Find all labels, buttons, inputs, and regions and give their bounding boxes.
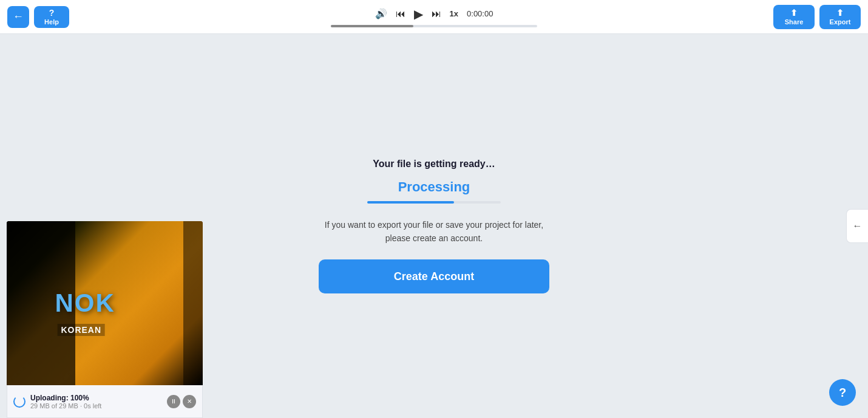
upload-close-button[interactable]: ✕ [183,395,196,408]
play-button[interactable]: ▶ [414,7,423,21]
info-text: If you want to export your file or save … [325,218,543,245]
video-background: NOK KOREAN [7,221,203,385]
speed-button[interactable]: 1x [450,9,458,18]
time-display: 0:00:00 [467,9,493,18]
toolbar-right: ⬆ Share ⬆ Export [773,5,861,29]
help-label: Help [44,18,59,26]
main-content: ← Your file is getting ready… Processing… [0,34,868,418]
center-panel: Your file is getting ready… Processing I… [294,134,574,318]
upload-info: Uploading: 100% 29 MB of 29 MB · 0s left [30,394,162,409]
processing-progress-fill [367,201,454,204]
share-button[interactable]: ⬆ Share [773,5,815,29]
status-title: Your file is getting ready… [373,159,495,170]
side-collapse-button[interactable]: ← [846,209,868,243]
processing-progress-bar [367,201,501,204]
pause-icon: ⏸ [171,398,177,405]
upload-detail: 29 MB of 29 MB · 0s left [30,402,162,409]
fast-forward-button[interactable]: ⏭ [432,9,441,19]
processing-label: Processing [398,179,470,195]
playback-progress-bar[interactable] [331,25,537,27]
toolbar: ← ? Help 🔊 ⏮ ▶ ⏭ 1x 0:00:00 ⬆ Share ⬆ Ex… [0,0,868,34]
toolbar-left: ← ? Help [7,6,69,28]
share-icon: ⬆ [790,8,798,18]
volume-button[interactable]: 🔊 [375,8,387,19]
info-line1: If you want to export your file or save … [325,220,543,230]
video-nok-text: NOK [55,289,115,318]
playback-controls: 🔊 ⏮ ▶ ⏭ 1x 0:00:00 [375,7,493,21]
create-account-button[interactable]: Create Account [319,259,549,293]
export-label: Export [830,18,851,26]
video-thumbnail: NOK KOREAN [7,221,203,385]
video-korean-text: KOREAN [57,324,105,336]
upload-pause-button[interactable]: ⏸ [167,395,180,408]
help-question-icon: ? [49,8,55,18]
playback-progress-fill [331,25,413,27]
share-label: Share [785,18,804,26]
close-icon: ✕ [187,398,192,405]
upload-status-bar: Uploading: 100% 29 MB of 29 MB · 0s left… [7,385,203,418]
info-line2: please create an account. [385,233,483,243]
help-circle-button[interactable]: ? [829,379,856,406]
export-icon: ⬆ [836,8,844,18]
rewind-button[interactable]: ⏮ [396,9,405,19]
upload-spinner [13,396,25,408]
upload-title: Uploading: 100% [30,394,162,402]
help-button[interactable]: ? Help [34,6,69,28]
video-panel: 🚫 NOK KOREAN Uploading: 100% 29 MB of 29… [0,221,209,418]
back-button[interactable]: ← [7,6,29,28]
video-dark-right [183,221,203,385]
toolbar-center: 🔊 ⏮ ▶ ⏭ 1x 0:00:00 [331,7,537,27]
export-button[interactable]: ⬆ Export [819,5,861,29]
upload-controls: ⏸ ✕ [167,395,196,408]
